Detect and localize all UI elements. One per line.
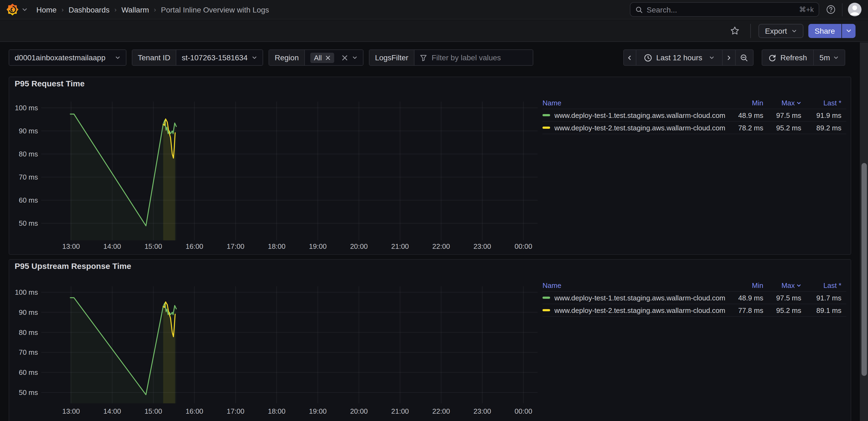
svg-text:23:00: 23:00 bbox=[473, 407, 491, 415]
svg-text:19:00: 19:00 bbox=[309, 407, 327, 415]
chevron-down-icon bbox=[791, 28, 797, 33]
breadcrumb-separator: › bbox=[115, 6, 117, 13]
svg-text:100 ms: 100 ms bbox=[15, 288, 38, 296]
nav-divider bbox=[842, 3, 842, 16]
chevron-down-icon[interactable] bbox=[22, 6, 28, 12]
region-filter: Region All bbox=[269, 50, 364, 66]
svg-text:100 ms: 100 ms bbox=[15, 104, 38, 112]
scrollbar-thumb[interactable] bbox=[861, 163, 867, 376]
panel-title[interactable]: P95 Request Time bbox=[14, 79, 85, 88]
legend-row[interactable]: www.deploy-test-1.test.staging.aws.walla… bbox=[542, 292, 846, 304]
legend-header-name[interactable]: Name bbox=[542, 99, 725, 107]
panel-p95-upstream-response-time: P95 Upstream Response Time 13:0014:0015:… bbox=[9, 259, 851, 421]
svg-text:60 ms: 60 ms bbox=[19, 196, 38, 204]
breadcrumb-current-page: Portal Inline Overview with Logs bbox=[161, 5, 269, 14]
clock-icon bbox=[644, 54, 652, 62]
timeseries-chart[interactable]: 13:0014:0015:0016:0017:0018:0019:0020:00… bbox=[9, 275, 552, 421]
tenant-id-dropdown[interactable]: st-107263-1581634 bbox=[176, 50, 263, 65]
export-button[interactable]: Export bbox=[758, 24, 803, 38]
panel-title[interactable]: P95 Upstream Response Time bbox=[14, 261, 131, 271]
svg-text:14:00: 14:00 bbox=[103, 407, 121, 415]
svg-text:90 ms: 90 ms bbox=[19, 127, 38, 135]
refresh-interval-value: 5m bbox=[819, 53, 830, 62]
nav-left: Home › Dashboards › Wallarm › Portal Inl… bbox=[6, 3, 269, 16]
series-max: 97.5 ms bbox=[763, 111, 801, 119]
series-name: www.deploy-test-2.test.staging.aws.walla… bbox=[554, 123, 725, 132]
star-icon bbox=[730, 26, 739, 35]
breadcrumb-wallarm[interactable]: Wallarm bbox=[122, 5, 149, 14]
toolbar-divider bbox=[750, 24, 751, 38]
series-color-swatch bbox=[542, 309, 550, 311]
star-button[interactable] bbox=[727, 24, 742, 38]
legend-header-last[interactable]: Last * bbox=[801, 99, 841, 107]
scrollbar-track[interactable] bbox=[860, 43, 868, 421]
region-tag-all[interactable]: All bbox=[310, 52, 335, 63]
svg-text:19:00: 19:00 bbox=[309, 242, 327, 250]
legend-header-row: NameMinMaxLast * bbox=[542, 97, 846, 109]
chevron-left-icon bbox=[627, 55, 632, 61]
series-min: 77.8 ms bbox=[725, 306, 763, 314]
breadcrumb: Home › Dashboards › Wallarm › Portal Inl… bbox=[36, 5, 269, 14]
clear-all-icon[interactable] bbox=[342, 55, 348, 61]
chevron-down-icon bbox=[846, 28, 852, 34]
breadcrumb-separator: › bbox=[62, 6, 64, 13]
chevron-down-icon bbox=[709, 55, 714, 60]
svg-text:22:00: 22:00 bbox=[432, 242, 450, 250]
time-shift-forward-button[interactable] bbox=[722, 50, 735, 66]
share-label: Share bbox=[814, 26, 835, 35]
help-button[interactable] bbox=[823, 1, 839, 18]
svg-text:80 ms: 80 ms bbox=[19, 150, 38, 158]
zoom-out-button[interactable] bbox=[735, 50, 753, 66]
svg-text:13:00: 13:00 bbox=[62, 407, 80, 415]
logs-filter-input[interactable]: Filter by label values bbox=[414, 50, 532, 65]
remove-tag-icon[interactable] bbox=[326, 55, 330, 60]
timeseries-chart[interactable]: 13:0014:0015:0016:0017:0018:0019:0020:00… bbox=[9, 90, 552, 253]
series-max: 95.2 ms bbox=[763, 123, 801, 132]
legend-row[interactable]: www.deploy-test-2.test.staging.aws.walla… bbox=[542, 122, 846, 134]
search-icon bbox=[635, 6, 643, 13]
region-dropdown[interactable]: All bbox=[304, 50, 363, 65]
legend-header-row: NameMinMaxLast * bbox=[542, 279, 846, 292]
share-split-button: Share bbox=[808, 24, 856, 38]
breadcrumb-dashboards[interactable]: Dashboards bbox=[69, 5, 110, 14]
refresh-interval-dropdown[interactable]: 5m bbox=[813, 50, 845, 66]
legend-header-max[interactable]: Max bbox=[763, 281, 801, 289]
share-menu-button[interactable] bbox=[842, 24, 856, 38]
search-field[interactable] bbox=[647, 5, 795, 14]
legend-header-min[interactable]: Min bbox=[725, 281, 763, 289]
legend-header-min[interactable]: Min bbox=[725, 99, 763, 107]
export-label: Export bbox=[765, 26, 787, 35]
legend-row[interactable]: www.deploy-test-1.test.staging.aws.walla… bbox=[542, 109, 846, 122]
legend-header-name[interactable]: Name bbox=[542, 281, 725, 289]
time-range-picker[interactable]: Last 12 hours bbox=[636, 50, 722, 66]
svg-text:90 ms: 90 ms bbox=[19, 308, 38, 316]
svg-text:50 ms: 50 ms bbox=[19, 388, 38, 397]
chevron-right-icon bbox=[725, 55, 732, 61]
search-input[interactable]: ⌘+k bbox=[630, 2, 819, 17]
svg-text:17:00: 17:00 bbox=[227, 242, 244, 250]
grafana-logo[interactable] bbox=[6, 3, 19, 16]
region-tag-label: All bbox=[314, 54, 322, 62]
breadcrumb-home[interactable]: Home bbox=[36, 5, 57, 14]
region-label: Region bbox=[269, 50, 304, 65]
legend-header-last[interactable]: Last * bbox=[801, 281, 841, 289]
sort-chevron-icon bbox=[796, 100, 801, 105]
series-min: 78.2 ms bbox=[725, 123, 763, 132]
time-shift-back-button[interactable] bbox=[623, 50, 636, 66]
chevron-down-icon bbox=[833, 55, 839, 60]
svg-text:20:00: 20:00 bbox=[350, 407, 368, 415]
legend-table: NameMinMaxLast *www.deploy-test-1.test.s… bbox=[542, 97, 846, 134]
tenant-id-filter: Tenant ID st-107263-1581634 bbox=[132, 50, 264, 66]
share-button[interactable]: Share bbox=[808, 24, 841, 38]
dashboard-variable-dropdown[interactable]: d0001ainboxatestmailaapp bbox=[9, 50, 126, 66]
avatar[interactable] bbox=[848, 3, 862, 16]
refresh-button[interactable]: Refresh bbox=[762, 50, 813, 66]
tenant-id-value: st-107263-1581634 bbox=[182, 53, 248, 62]
svg-text:50 ms: 50 ms bbox=[19, 219, 38, 227]
series-name: www.deploy-test-1.test.staging.aws.walla… bbox=[554, 293, 725, 302]
legend-header-max[interactable]: Max bbox=[763, 99, 801, 107]
time-picker-group: Last 12 hours bbox=[623, 50, 753, 66]
help-icon bbox=[826, 5, 835, 14]
svg-text:13:00: 13:00 bbox=[62, 242, 80, 250]
legend-row[interactable]: www.deploy-test-2.test.staging.aws.walla… bbox=[542, 304, 846, 317]
